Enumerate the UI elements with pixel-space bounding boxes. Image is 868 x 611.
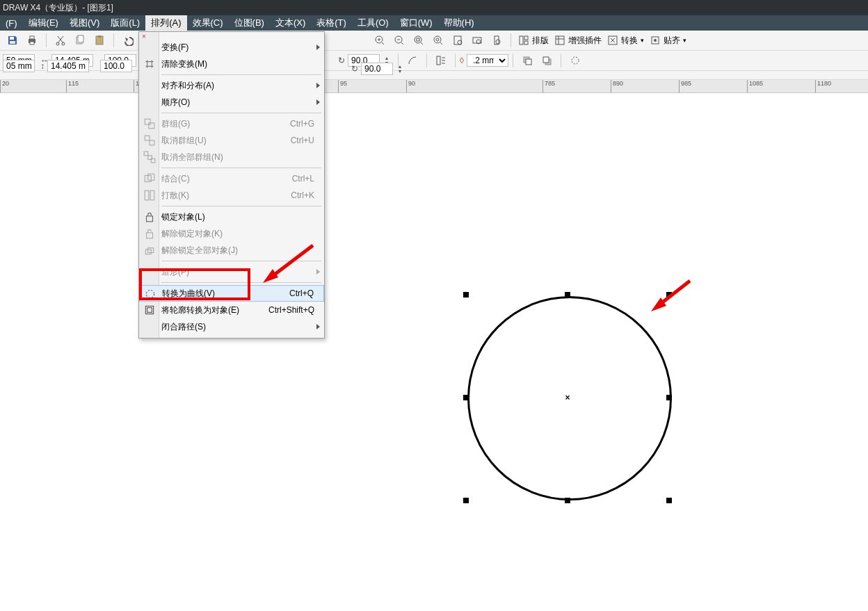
height-field[interactable] <box>47 60 89 72</box>
menu-text[interactable]: 文本(X) <box>270 15 311 31</box>
menu-arrange[interactable]: 排列(A) <box>145 15 186 31</box>
snap-label: 贴齐 <box>664 35 680 47</box>
svg-rect-25 <box>524 41 528 44</box>
menu-window[interactable]: 窗口(W) <box>394 15 438 31</box>
canvas[interactable]: × <box>0 93 868 611</box>
rotate-icon: ↻ <box>338 56 345 65</box>
menu-effects[interactable]: 效果(C) <box>187 15 229 31</box>
dd-clear-transform[interactable]: 清除变换(M) <box>139 56 324 72</box>
ruler-tick: 1085 <box>749 80 763 87</box>
svg-rect-46 <box>150 190 154 200</box>
menu-layout[interactable]: 版面(L) <box>105 15 145 31</box>
copy-icon[interactable] <box>72 33 88 48</box>
wrap-icon[interactable] <box>433 53 449 68</box>
svg-rect-37 <box>149 123 154 129</box>
ruler-tick: 785 <box>545 80 555 87</box>
dd-shortcut: Ctrl+Shift+Q <box>268 305 314 315</box>
snap-button[interactable]: 贴齐 ▾ <box>650 35 686 47</box>
zoom-in-icon[interactable] <box>372 33 387 48</box>
sel-handle-bl[interactable] <box>463 498 469 503</box>
sel-handle-bm[interactable] <box>565 498 570 503</box>
to-front-icon[interactable] <box>520 53 535 68</box>
svg-rect-10 <box>98 35 101 38</box>
sel-handle-br[interactable] <box>666 498 672 503</box>
menu-view[interactable]: 视图(V) <box>64 15 105 31</box>
dd-label: 打散(K) <box>161 190 189 202</box>
to-curve-icon[interactable] <box>568 53 583 68</box>
svg-point-16 <box>436 38 439 41</box>
undo-icon[interactable] <box>120 33 136 48</box>
group-icon <box>143 117 156 130</box>
dd-label: 锁定对象(L) <box>161 211 205 223</box>
dd-separator <box>161 113 321 113</box>
menu-tools[interactable]: 工具(O) <box>352 15 394 31</box>
svg-point-13 <box>415 36 421 43</box>
plugin-button[interactable]: 增强插件 <box>554 35 602 47</box>
zoom-all-icon[interactable] <box>431 33 446 48</box>
ruler-tick: 890 <box>613 80 623 87</box>
svg-rect-1 <box>10 41 15 44</box>
dd-outline-to-object[interactable]: 将轮廓转换为对象(E) Ctrl+Shift+Q <box>139 302 324 318</box>
dd-separator <box>161 261 321 261</box>
separator <box>46 33 47 47</box>
angle2-row: ↻ ▴▾ <box>351 63 407 75</box>
zoom-selection-icon[interactable] <box>411 33 426 48</box>
zoom-width-icon[interactable] <box>469 33 485 48</box>
menu-bitmap[interactable]: 位图(B) <box>229 15 270 31</box>
dd-lock[interactable]: 锁定对象(L) <box>139 209 324 225</box>
outline-field[interactable]: .2 mm <box>467 54 508 67</box>
cut-icon[interactable] <box>53 33 68 48</box>
scale-h-field[interactable] <box>100 60 132 72</box>
convert-button[interactable]: 转换 ▾ <box>607 35 644 47</box>
to-back-icon[interactable] <box>539 53 554 68</box>
svg-rect-48 <box>147 233 153 238</box>
dd-separator <box>161 74 321 75</box>
dd-close-path[interactable]: 闭合路径(S) <box>139 318 324 335</box>
svg-point-22 <box>496 40 500 44</box>
lock-icon <box>143 211 156 223</box>
menu-help[interactable]: 帮助(H) <box>438 15 480 31</box>
save-icon[interactable] <box>5 33 20 48</box>
arc-icon[interactable] <box>405 53 420 68</box>
sel-handle-tr[interactable] <box>666 292 672 298</box>
sel-handle-mr[interactable] <box>666 395 672 400</box>
svg-rect-26 <box>556 36 564 44</box>
menu-edit[interactable]: 编辑(E) <box>23 15 64 31</box>
zoom-page-icon[interactable] <box>450 33 465 48</box>
menu-table[interactable]: 表格(T) <box>311 15 352 31</box>
dd-shortcut: Ctrl+G <box>290 119 314 129</box>
title-text: DRAW X4（专业版）- [图形1] <box>3 2 113 14</box>
paste-icon[interactable] <box>92 33 107 48</box>
dd-convert-to-curve[interactable]: 转换为曲线(V) Ctrl+Q <box>139 285 324 302</box>
dd-transform[interactable]: 变换(F) <box>139 39 324 56</box>
svg-rect-45 <box>145 190 149 200</box>
dd-separator <box>161 168 321 168</box>
print-icon[interactable] <box>24 33 40 48</box>
angle2-field[interactable] <box>361 63 393 75</box>
dd-unlock: 解除锁定对象(K) <box>139 225 324 242</box>
sel-handle-ml[interactable] <box>463 395 469 400</box>
dd-label: 解除锁定全部对象(J) <box>161 245 238 256</box>
y-field[interactable] <box>3 60 35 72</box>
separator <box>513 54 513 67</box>
ruler-tick: 1180 <box>817 80 831 87</box>
layout-button[interactable]: 排版 <box>518 35 549 47</box>
convert-icon <box>607 35 618 46</box>
dd-group: 群组(G) Ctrl+G <box>139 115 324 132</box>
dd-align-distribute[interactable]: 对齐和分布(A) <box>139 77 324 94</box>
sel-handle-tm[interactable] <box>565 292 570 298</box>
dd-label: 闭合路径(S) <box>161 321 206 333</box>
dd-label: 解除锁定对象(K) <box>161 228 223 240</box>
ungroup-icon <box>143 134 156 147</box>
menu-file[interactable]: (F) <box>0 15 23 31</box>
sel-handle-tl[interactable] <box>463 292 469 298</box>
dd-order[interactable]: 顺序(O) <box>139 94 324 111</box>
ruler-tick: 95 <box>340 80 347 87</box>
zoom-height-icon[interactable] <box>489 33 504 48</box>
dd-combine: 结合(C) Ctrl+L <box>139 170 324 187</box>
svg-rect-36 <box>145 119 150 124</box>
zoom-out-icon[interactable] <box>392 33 407 48</box>
angle2-stepper[interactable]: ▴▾ <box>395 61 405 76</box>
sel-center-marker: × <box>565 395 570 400</box>
svg-rect-34 <box>543 57 549 63</box>
